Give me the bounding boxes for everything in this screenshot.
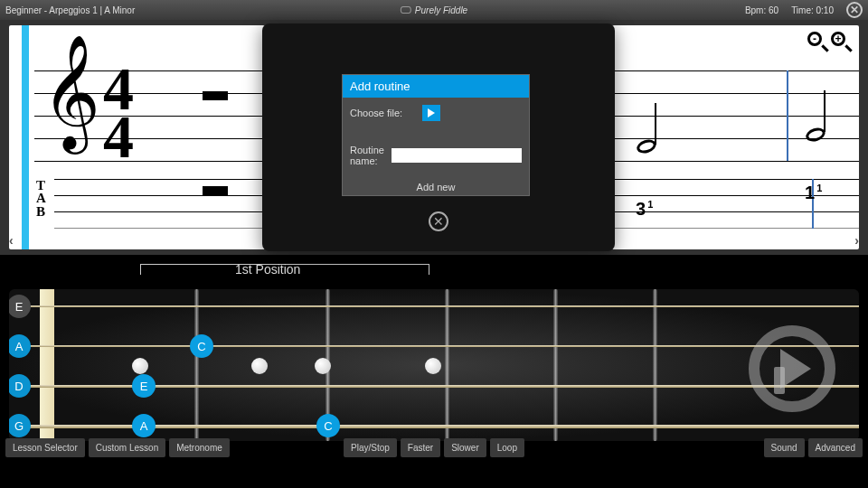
prev-page-button[interactable]: ‹ — [9, 233, 14, 248]
tab-number: 11 — [805, 183, 822, 203]
playhead-marker — [22, 25, 29, 249]
bpm-label: Bpm: 60 — [745, 5, 778, 15]
faster-button[interactable]: Faster — [401, 438, 440, 457]
play-stop-button[interactable]: Play/Stop — [344, 438, 397, 457]
nut — [40, 289, 54, 441]
open-string-a: A — [9, 334, 31, 358]
bottombar: Lesson Selector Custom Lesson Metronome … — [0, 434, 868, 461]
metronome-button[interactable]: Metronome — [169, 438, 230, 457]
big-play-button[interactable] — [749, 325, 835, 412]
advanced-button[interactable]: Advanced — [808, 438, 863, 457]
position-label: 1st Position — [235, 262, 300, 277]
brand-logo: Purely Fiddle — [401, 5, 467, 15]
loop-button[interactable]: Loop — [490, 438, 524, 457]
treble-clef-icon: 𝄞 — [42, 58, 100, 127]
add-routine-modal: Add routine Choose file: Routine name: A… — [262, 23, 615, 251]
time-label: Time: 0:10 — [791, 5, 834, 15]
lesson-selector-button[interactable]: Lesson Selector — [5, 438, 85, 457]
time-signature: 4 4 — [103, 65, 134, 161]
zoom-out-button[interactable]: - — [807, 31, 828, 52]
open-string-e: E — [9, 295, 31, 318]
fretboard: E A D G C E A C — [9, 289, 859, 441]
slower-button[interactable]: Slower — [444, 438, 486, 457]
tab-number: 31 — [636, 199, 653, 220]
close-button[interactable]: ✕ — [846, 2, 863, 18]
fretboard-panel: 1st Position E A D G C E A C Lesson Sele… — [0, 255, 868, 461]
modal-close-button[interactable]: ✕ — [429, 211, 448, 231]
lesson-title: Beginner - Arpeggios 1 | A Minor — [5, 5, 135, 15]
routine-name-input[interactable] — [392, 148, 522, 163]
fret-note: C — [190, 334, 213, 358]
fret-note: E — [132, 374, 156, 398]
routine-name-label: Routine name: — [350, 145, 392, 166]
add-new-button[interactable]: Add new — [343, 179, 529, 195]
open-string-d: D — [9, 374, 31, 398]
custom-lesson-button[interactable]: Custom Lesson — [89, 438, 165, 457]
zoom-controls: - + — [807, 31, 852, 52]
next-page-button[interactable]: › — [854, 233, 859, 248]
sound-button[interactable]: Sound — [764, 438, 805, 457]
choose-file-label: Choose file: — [350, 108, 422, 118]
tab-rest-icon — [203, 186, 228, 195]
choose-file-button[interactable] — [422, 105, 440, 121]
modal-title: Add routine — [343, 75, 529, 98]
topbar: Beginner - Arpeggios 1 | A Minor Purely … — [0, 0, 868, 20]
rest-icon — [203, 91, 228, 100]
zoom-in-button[interactable]: + — [830, 31, 852, 52]
